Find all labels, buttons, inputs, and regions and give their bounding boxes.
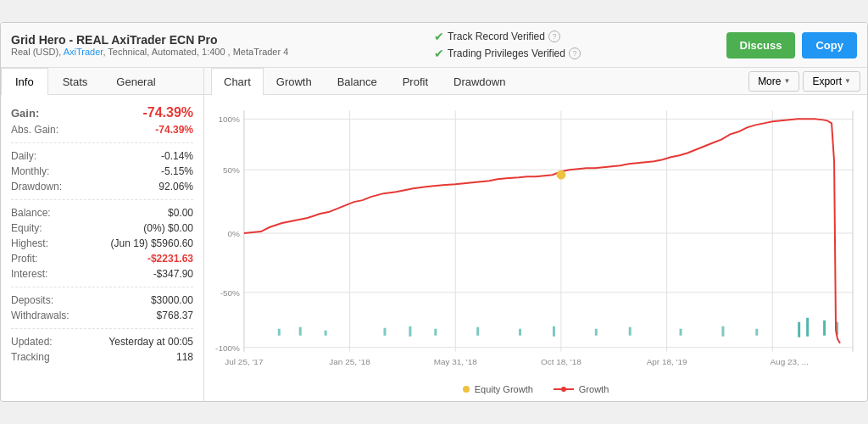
svg-rect-4 — [409, 326, 411, 337]
gain-value: -74.39% — [142, 105, 193, 120]
withdrawals-label: Withdrawals: — [11, 310, 70, 321]
profit-row: Profit: -$2231.63 — [11, 251, 193, 266]
svg-rect-10 — [629, 327, 632, 336]
balance-value: $0.00 — [168, 207, 193, 219]
x-label-4: Oct 18, '18 — [541, 357, 581, 366]
interest-row: Interest: -$347.90 — [11, 266, 193, 282]
growth-label: Growth — [579, 384, 609, 394]
svg-rect-1 — [299, 327, 302, 336]
updated-row: Updated: Yesterday at 00:05 — [11, 334, 193, 349]
copy-button[interactable]: Copy — [802, 32, 857, 59]
highest-value: (Jun 19) $5960.60 — [111, 237, 193, 249]
profit-label: Profit: — [11, 253, 37, 265]
x-label-3: May 31, '18 — [434, 357, 478, 366]
main-container: Grid Hero - REAL AxiTrader ECN Pro Real … — [0, 22, 868, 402]
daily-row: Daily: -0.14% — [11, 148, 193, 164]
divider4 — [11, 328, 193, 329]
chart-tab-balance[interactable]: Balance — [325, 68, 390, 95]
profit-value: -$2231.63 — [147, 253, 193, 265]
chart-legend: Equity Growth Growth — [204, 379, 867, 401]
interest-value: -$347.90 — [153, 268, 193, 280]
drawdown-label: Drawdown: — [11, 181, 62, 192]
svg-rect-3 — [383, 328, 386, 336]
deposits-row: Deposits: $3000.00 — [11, 293, 193, 308]
right-panel: Chart Growth Balance Profit Drawdown Mor… — [204, 68, 867, 401]
highest-label: Highest: — [11, 237, 48, 249]
equity-value: (0%) $0.00 — [143, 222, 193, 234]
highest-row: Highest: (Jun 19) $5960.60 — [11, 236, 193, 251]
divider2 — [11, 199, 193, 200]
svg-rect-14 — [798, 322, 800, 338]
equity-bars — [278, 318, 838, 338]
svg-rect-2 — [325, 331, 327, 336]
svg-point-19 — [561, 387, 566, 392]
svg-rect-6 — [476, 327, 479, 336]
discuss-button[interactable]: Discuss — [726, 32, 796, 59]
tracking-value: 118 — [176, 351, 193, 363]
growth-line-icon — [554, 386, 574, 393]
deposits-label: Deposits: — [11, 294, 53, 306]
header: Grid Hero - REAL AxiTrader ECN Pro Real … — [1, 23, 867, 68]
equity-growth-dot-icon — [463, 386, 470, 393]
svg-rect-11 — [680, 329, 682, 336]
svg-rect-5 — [434, 329, 437, 336]
svg-rect-12 — [721, 326, 724, 337]
axitrader-link[interactable]: AxiTrader — [64, 47, 103, 57]
svg-rect-8 — [553, 326, 555, 337]
more-button[interactable]: More ▼ — [748, 71, 799, 92]
svg-rect-9 — [595, 329, 598, 336]
chart-tab-growth[interactable]: Growth — [264, 68, 325, 95]
svg-rect-7 — [519, 329, 521, 336]
balance-label: Balance: — [11, 207, 51, 219]
drawdown-value: 92.06% — [159, 181, 193, 192]
x-label-2: Jan 25, '18 — [329, 357, 370, 366]
trading-privileges-verified: ✔ Trading Privileges Verified ? — [434, 47, 581, 60]
tracking-row: Tracking 118 — [11, 349, 193, 365]
svg-rect-15 — [806, 318, 809, 337]
drawdown-row: Drawdown: 92.06% — [11, 179, 193, 194]
abs-gain-row: Abs. Gain: -74.39% — [11, 122, 193, 137]
chart-svg: .grid-line { stroke: #e0e0e0; stroke-wid… — [214, 102, 857, 373]
export-arrow-icon: ▼ — [844, 77, 851, 85]
updated-value: Yesterday at 00:05 — [108, 336, 193, 348]
tab-info[interactable]: Info — [1, 68, 48, 95]
verified-section: ✔ Track Record Verified ? ✔ Trading Priv… — [434, 30, 581, 60]
trading-privileges-info-icon[interactable]: ? — [569, 47, 581, 59]
y-label-100: 100% — [218, 114, 240, 124]
monthly-label: Monthly: — [11, 165, 49, 177]
daily-label: Daily: — [11, 150, 36, 162]
deposits-value: $3000.00 — [151, 294, 193, 306]
equity-label: Equity: — [11, 222, 42, 234]
svg-rect-0 — [278, 329, 281, 336]
tab-general[interactable]: General — [102, 68, 170, 95]
info-content: Gain: -74.39% Abs. Gain: -74.39% Daily: … — [1, 95, 203, 373]
monthly-row: Monthly: -5.15% — [11, 164, 193, 179]
monthly-value: -5.15% — [161, 165, 193, 177]
balance-row: Balance: $0.00 — [11, 205, 193, 220]
more-arrow-icon: ▼ — [783, 77, 790, 85]
y-label-neg50: -50% — [220, 288, 240, 298]
divider3 — [11, 287, 193, 287]
left-tabs-row: Info Stats General — [1, 68, 203, 95]
chart-tab-drawdown[interactable]: Drawdown — [441, 68, 518, 95]
updated-label: Updated: — [11, 336, 53, 348]
header-left: Grid Hero - REAL AxiTrader ECN Pro Real … — [11, 33, 288, 57]
daily-value: -0.14% — [161, 150, 193, 162]
export-button[interactable]: Export ▼ — [803, 71, 860, 92]
more-label: More — [758, 75, 781, 87]
track-record-info-icon[interactable]: ? — [548, 31, 560, 42]
y-label-50: 50% — [223, 165, 240, 175]
tracking-label: Tracking — [11, 351, 50, 363]
chart-tab-profit[interactable]: Profit — [390, 68, 441, 95]
equity-row: Equity: (0%) $0.00 — [11, 220, 193, 236]
tab-stats[interactable]: Stats — [48, 68, 103, 95]
divider1 — [11, 142, 193, 143]
growth-line — [244, 119, 840, 343]
chart-tab-chart[interactable]: Chart — [211, 68, 264, 95]
interest-label: Interest: — [11, 268, 47, 280]
svg-rect-13 — [755, 329, 758, 336]
abs-gain-label: Abs. Gain: — [11, 124, 58, 136]
chart-area: .grid-line { stroke: #e0e0e0; stroke-wid… — [204, 95, 867, 379]
chart-tabs-row: Chart Growth Balance Profit Drawdown Mor… — [204, 68, 867, 95]
checkmark-icon: ✔ — [434, 30, 444, 43]
